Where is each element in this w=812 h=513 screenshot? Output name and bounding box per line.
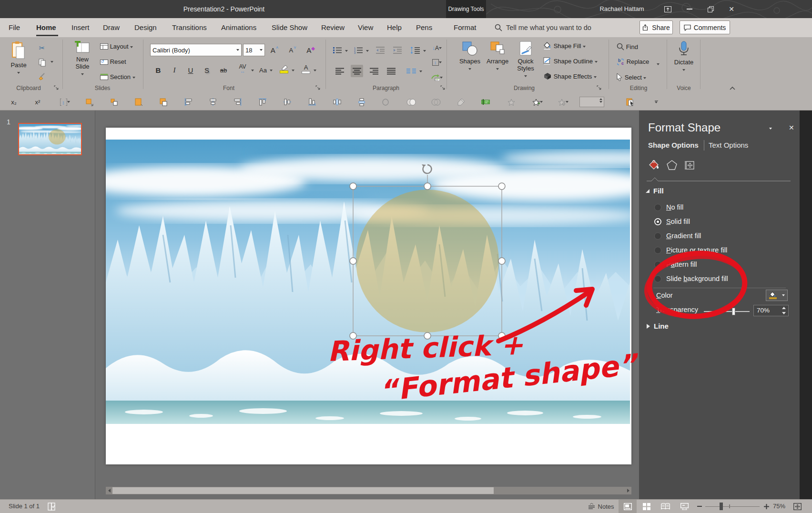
shape-outline-button[interactable]: Shape Outline: [543, 57, 598, 65]
spinner-down-arrow[interactable]: [599, 97, 602, 106]
text-shadow-button[interactable]: S: [200, 64, 213, 76]
convert-smartart-button[interactable]: [430, 71, 444, 84]
drawing-dialog-launcher[interactable]: [597, 85, 602, 91]
scroll-right-arrow[interactable]: [625, 487, 631, 494]
tab-format[interactable]: Format: [454, 18, 477, 37]
align-objects-bottom-button[interactable]: [305, 96, 319, 108]
arrange-button[interactable]: Arrange: [485, 41, 510, 72]
radio-solid-fill[interactable]: [654, 218, 661, 225]
copy-dropdown-caret[interactable]: [51, 61, 53, 63]
panel-close-icon[interactable]: ✕: [789, 124, 794, 131]
bring-to-front-button[interactable]: [132, 96, 146, 108]
fill-section-header[interactable]: Fill: [646, 187, 664, 195]
distribute-horizontally-button[interactable]: [330, 96, 344, 108]
scroll-left-arrow[interactable]: [106, 487, 112, 494]
transparency-spinner[interactable]: 70%: [753, 305, 789, 316]
star-settings-button[interactable]: [555, 96, 572, 108]
justify-button[interactable]: [385, 65, 397, 77]
fill-option-picture-fill[interactable]: Picture or texture fill: [654, 245, 727, 255]
merge-shapes-intersect-button[interactable]: [429, 96, 443, 108]
shapes-button[interactable]: Shapes: [457, 41, 482, 72]
font-size-combo[interactable]: 18: [243, 44, 265, 56]
slideshow-view-button[interactable]: [676, 500, 693, 513]
align-objects-top-button[interactable]: [255, 96, 270, 108]
text-direction-button[interactable]: ↓A: [430, 42, 444, 54]
fill-option-gradient-fill[interactable]: Gradient fill: [654, 231, 701, 241]
ribbon-display-options-button[interactable]: [660, 0, 676, 18]
fill-option-slide-background-fill[interactable]: Slide background fill: [654, 273, 728, 284]
slide-canvas[interactable]: [106, 128, 631, 464]
tell-me-search-input[interactable]: Tell me what you want to do: [506, 18, 591, 37]
replace-caret[interactable]: [657, 63, 660, 65]
zoom-slider-thumb[interactable]: [720, 503, 723, 510]
grow-font-button[interactable]: A˄: [268, 44, 281, 56]
new-slide-button[interactable]: New Slide: [70, 41, 95, 77]
tab-slide-show[interactable]: Slide Show: [272, 18, 307, 37]
font-dialog-launcher[interactable]: [315, 85, 321, 91]
resize-handles[interactable]: [350, 183, 505, 339]
contextual-tab-drawing-tools[interactable]: Drawing Tools: [446, 0, 486, 18]
shape-effects-button[interactable]: Shape Effects: [543, 72, 597, 80]
zoom-percentage[interactable]: 75%: [773, 503, 785, 510]
bring-forward-button[interactable]: [82, 96, 96, 108]
bullets-caret[interactable]: [345, 50, 348, 52]
layout-button[interactable]: Layout: [100, 43, 133, 50]
collapse-ribbon-chevron[interactable]: [729, 86, 736, 91]
size-properties-category-icon[interactable]: [683, 158, 697, 172]
replace-button[interactable]: bc Replace: [617, 58, 649, 65]
horizontal-scrollbar[interactable]: [106, 487, 631, 494]
align-objects-middle-button[interactable]: [280, 96, 294, 108]
panel-dropdown-caret[interactable]: [769, 128, 772, 130]
transparency-slider-thumb[interactable]: [732, 308, 735, 315]
font-color-caret[interactable]: [314, 70, 316, 71]
fill-line-category-icon[interactable]: [647, 158, 661, 172]
radio-pattern-fill[interactable]: [654, 261, 661, 268]
underline-button[interactable]: U: [184, 64, 197, 76]
accessibility-checker-icon[interactable]: [48, 503, 56, 511]
send-backward-button[interactable]: [107, 96, 121, 108]
numbering-button[interactable]: 123: [353, 44, 364, 56]
line-section-header[interactable]: Line: [647, 322, 669, 330]
increase-indent-button[interactable]: [392, 44, 403, 56]
subscript-button[interactable]: x₂: [7, 96, 21, 108]
restore-button[interactable]: [702, 0, 719, 18]
send-to-back-button[interactable]: [156, 96, 171, 108]
effects-category-icon[interactable]: [665, 158, 679, 172]
clear-formatting-button[interactable]: A◆: [304, 44, 317, 56]
radio-picture-fill[interactable]: [654, 247, 661, 254]
format-painter-button[interactable]: [35, 70, 49, 83]
control-properties-button[interactable]: [478, 96, 493, 108]
merge-shapes-tool-button[interactable]: [454, 96, 468, 108]
font-color-button[interactable]: A: [299, 63, 313, 75]
tab-review[interactable]: Review: [321, 18, 345, 37]
transparency-up-arrow[interactable]: [782, 307, 786, 309]
radio-no-fill[interactable]: [654, 204, 661, 211]
shape-fill-button[interactable]: Shape Fill: [543, 42, 586, 50]
tab-design[interactable]: Design: [134, 18, 157, 37]
radio-slide-background-fill[interactable]: [654, 275, 661, 282]
fit-slide-to-window-button[interactable]: [790, 500, 804, 513]
reset-button[interactable]: ↺ Reset: [100, 58, 126, 65]
change-case-button[interactable]: Aa: [256, 64, 270, 76]
tab-animations[interactable]: Animations: [221, 18, 256, 37]
columns-button[interactable]: [405, 65, 417, 77]
zoom-slider-track[interactable]: [705, 506, 760, 507]
align-objects-right-button[interactable]: [231, 96, 245, 108]
dictate-button[interactable]: Dictate: [671, 41, 697, 73]
line-spacing-button[interactable]: [409, 44, 421, 56]
clipboard-dialog-launcher[interactable]: [54, 85, 59, 91]
merge-shapes-combine-button[interactable]: [404, 96, 418, 108]
zoom-in-button[interactable]: [761, 500, 771, 513]
tab-transitions[interactable]: Transitions: [172, 18, 207, 37]
radio-gradient-fill[interactable]: [654, 232, 661, 240]
close-window-button[interactable]: ✕: [723, 0, 740, 18]
align-text-button[interactable]: ↕: [430, 56, 444, 69]
slide-indicator[interactable]: Slide 1 of 1: [9, 503, 40, 510]
minimize-button[interactable]: [681, 0, 698, 18]
cut-button[interactable]: ✂: [35, 42, 49, 54]
account-name[interactable]: Rachael Hattam: [591, 0, 653, 18]
transparency-down-arrow[interactable]: [782, 312, 786, 314]
tab-view[interactable]: View: [358, 18, 373, 37]
strikethrough-button[interactable]: ab: [217, 64, 230, 76]
selection-pane-button[interactable]: [623, 96, 638, 108]
